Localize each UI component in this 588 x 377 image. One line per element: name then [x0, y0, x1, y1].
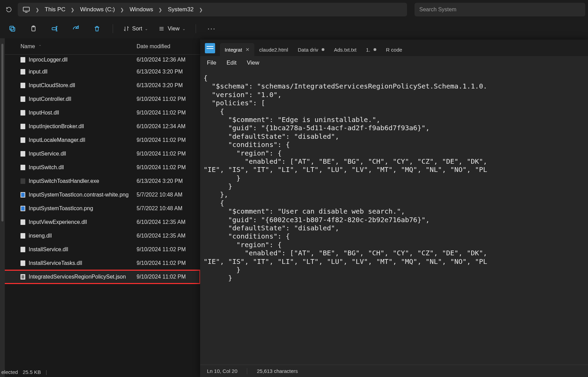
copy-button[interactable]	[7, 23, 18, 34]
file-icon	[20, 274, 25, 280]
refresh-button[interactable]	[3, 3, 15, 16]
notepad-tab[interactable]: 1.	[361, 43, 381, 56]
file-date: 6/10/2024 12:36 AM	[137, 57, 200, 63]
file-row[interactable]: InstallServiceTasks.dll9/10/2024 11:02 P…	[0, 256, 200, 270]
file-row[interactable]: InprocLogger.dll6/10/2024 12:36 AM	[0, 55, 200, 65]
notepad-editor[interactable]: { "$schema": "schemas/IntegratedServices…	[200, 70, 588, 365]
file-date: 6/10/2024 12:35 AM	[137, 219, 200, 225]
svg-rect-5	[52, 28, 56, 30]
notepad-tab[interactable]: Ads.txt.txt	[329, 43, 361, 56]
file-row[interactable]: InputService.dll9/10/2024 11:02 PM	[0, 147, 200, 161]
sort-label: Sort	[132, 26, 142, 32]
file-name: InputSwitch.dll	[29, 164, 64, 171]
share-button[interactable]	[70, 23, 81, 34]
menu-edit[interactable]: Edit	[226, 59, 236, 66]
notepad-status-bar: Ln 10, Col 20 25,613 characters	[200, 365, 588, 377]
file-name: InputSwitchToastHandler.exe	[29, 178, 99, 184]
chevron-right-icon[interactable]: ❯	[119, 7, 125, 12]
chevron-down-icon: ⌄	[182, 27, 185, 31]
file-row[interactable]: InputLocaleManager.dll9/10/2024 11:02 PM	[0, 133, 200, 147]
file-row[interactable]: inseng.dll6/10/2024 12:35 AM	[0, 229, 200, 243]
file-name: InputInjectionBroker.dll	[29, 123, 84, 130]
breadcrumb[interactable]: ❯ This PC ❯ Windows (C:) ❯ Windows ❯ Sys…	[18, 3, 407, 16]
notepad-tab-bar: Integrat✕claude2.htmlData drivAds.txt.tx…	[200, 40, 588, 56]
chevron-right-icon[interactable]: ❯	[69, 7, 76, 12]
file-icon	[20, 206, 25, 211]
file-name: inseng.dll	[29, 233, 52, 239]
file-row[interactable]: InputHost.dll9/10/2024 11:02 PM	[0, 106, 200, 120]
file-date: 9/10/2024 11:02 PM	[137, 151, 200, 157]
file-row[interactable]: IntegratedServicesRegionPolicySet.json9/…	[0, 270, 200, 284]
file-icon	[20, 192, 25, 198]
status-divider: |	[46, 369, 47, 375]
column-date[interactable]: Date modified	[137, 43, 200, 50]
file-name: input.dll	[29, 69, 47, 75]
file-icon	[20, 69, 25, 75]
close-icon[interactable]: ✕	[246, 47, 250, 52]
svg-rect-0	[23, 7, 29, 11]
file-icon	[20, 110, 25, 116]
file-date: 5/7/2022 10:48 AM	[137, 205, 200, 212]
file-list[interactable]: InprocLogger.dll6/10/2024 12:36 AMinput.…	[0, 55, 200, 367]
breadcrumb-item[interactable]: System32	[165, 5, 196, 14]
notepad-tab[interactable]: claude2.html	[254, 43, 293, 56]
search-input[interactable]: Search System	[415, 3, 585, 16]
file-icon	[20, 83, 25, 88]
file-row[interactable]: input.dll6/13/2024 3:20 PM	[0, 65, 200, 79]
cursor-position: Ln 10, Col 20	[207, 368, 237, 374]
pc-icon[interactable]	[20, 5, 33, 14]
breadcrumb-item[interactable]: Windows	[127, 5, 156, 14]
share-icon	[72, 25, 80, 32]
nav-pane-scrollbar[interactable]	[0, 38, 5, 377]
view-button[interactable]: View ⌄	[158, 26, 185, 32]
breadcrumb-item[interactable]: This PC	[42, 5, 68, 14]
file-date: 6/13/2024 3:20 PM	[137, 178, 200, 184]
file-icon	[20, 247, 25, 252]
rename-button[interactable]	[49, 23, 60, 34]
status-divider	[247, 368, 247, 374]
file-name: InputService.dll	[29, 151, 66, 157]
chevron-right-icon[interactable]: ❯	[157, 7, 164, 12]
column-name[interactable]: Name ⌃	[20, 43, 137, 50]
paste-button[interactable]	[28, 23, 39, 34]
file-row[interactable]: InputSwitchToastHandler.exe6/13/2024 3:2…	[0, 174, 200, 188]
notepad-window: Integrat✕claude2.htmlData drivAds.txt.tx…	[200, 40, 588, 377]
file-date: 9/10/2024 11:02 PM	[137, 164, 200, 171]
delete-button[interactable]	[92, 23, 102, 34]
file-row[interactable]: InputSystemToastIcon.png5/7/2022 10:48 A…	[0, 202, 200, 215]
file-date: 9/10/2024 11:02 PM	[137, 96, 200, 102]
breadcrumb-item[interactable]: Windows (C:)	[77, 5, 117, 14]
file-icon	[20, 137, 25, 143]
file-date: 5/7/2022 10:48 AM	[137, 192, 200, 198]
file-row[interactable]: InputController.dll9/10/2024 11:02 PM	[0, 92, 200, 106]
sort-button[interactable]: Sort ⌄	[123, 26, 148, 32]
menu-file[interactable]: File	[207, 59, 216, 66]
notepad-tab[interactable]: Data driv	[293, 43, 329, 56]
file-icon	[20, 124, 25, 129]
file-name: InstallServiceTasks.dll	[29, 260, 82, 266]
file-row[interactable]: InputViewExperience.dll6/10/2024 12:35 A…	[0, 215, 200, 229]
notepad-tab[interactable]: R code	[381, 43, 407, 56]
file-icon	[20, 165, 25, 170]
file-row[interactable]: InstallService.dll9/10/2024 11:02 PM	[0, 243, 200, 256]
file-name: InputSystemToastIcon.png	[29, 205, 93, 212]
file-name: InputHost.dll	[29, 110, 59, 116]
more-button[interactable]: ···	[206, 23, 217, 34]
menu-view[interactable]: View	[247, 59, 260, 66]
status-selected: elected	[1, 369, 18, 375]
file-row[interactable]: InputSwitch.dll9/10/2024 11:02 PM	[0, 161, 200, 174]
chevron-right-icon[interactable]: ❯	[34, 7, 41, 12]
file-date: 6/10/2024 12:34 AM	[137, 123, 200, 130]
notepad-tab[interactable]: Integrat✕	[220, 43, 254, 56]
file-row[interactable]: InputCloudStore.dll6/13/2024 3:20 PM	[0, 79, 200, 92]
chevron-right-icon[interactable]: ❯	[198, 7, 204, 12]
address-bar: ❯ This PC ❯ Windows (C:) ❯ Windows ❯ Sys…	[0, 0, 588, 19]
file-row[interactable]: InputInjectionBroker.dll6/10/2024 12:34 …	[0, 120, 200, 133]
file-date: 6/13/2024 3:20 PM	[137, 69, 200, 75]
file-row[interactable]: InputSystemToastIcon.contrast-white.png5…	[0, 188, 200, 202]
chevron-down-icon: ⌄	[145, 27, 148, 31]
file-icon	[20, 178, 25, 184]
sort-asc-icon: ⌃	[39, 44, 41, 48]
file-icon	[20, 151, 25, 157]
file-date: 9/10/2024 11:02 PM	[137, 110, 200, 116]
